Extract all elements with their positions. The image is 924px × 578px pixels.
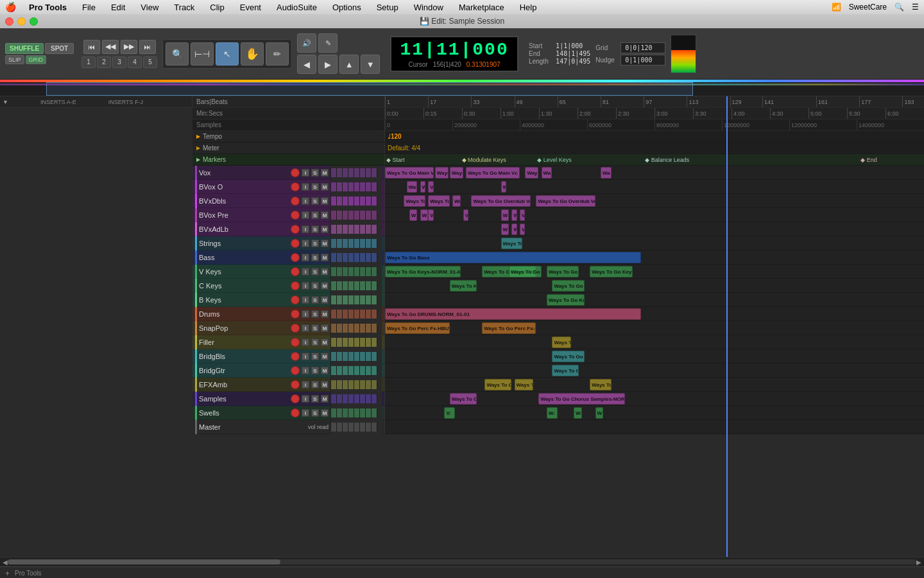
- mute-btn[interactable]: M: [321, 211, 329, 219]
- track-content-4[interactable]: W:WV: [385, 222, 924, 236]
- mute-btn[interactable]: M: [321, 324, 329, 332]
- mute-btn[interactable]: M: [321, 183, 329, 191]
- record-enable-btn[interactable]: [291, 366, 300, 375]
- clip-block[interactable]: Ways To Go Perc Fx-HBUT_02-04: [482, 322, 536, 334]
- clip-block[interactable]: Ways To C: [404, 195, 425, 207]
- record-enable-btn[interactable]: [291, 352, 300, 361]
- input-monitor-btn[interactable]: I: [302, 395, 309, 403]
- clip-block[interactable]: W: [511, 223, 517, 235]
- track-content-11[interactable]: Ways To Go Perc Fx-HBUT_01-03Ways To Go …: [385, 321, 924, 335]
- scroll-right-btn[interactable]: ▶: [916, 559, 921, 566]
- mute-btn[interactable]: M: [321, 353, 329, 360]
- record-enable-btn[interactable]: [291, 239, 300, 248]
- menu-audiosuite[interactable]: AudioSuite: [274, 3, 320, 12]
- zoom-tool[interactable]: 🔍: [166, 42, 189, 66]
- clip-block[interactable]: Ways Tr: [501, 238, 523, 249]
- add-track-btn[interactable]: +: [5, 569, 10, 578]
- input-monitor-btn[interactable]: I: [302, 296, 309, 304]
- mute-btn[interactable]: M: [321, 282, 329, 290]
- menu-options[interactable]: Options: [330, 3, 364, 12]
- input-monitor-btn[interactable]: I: [302, 197, 309, 205]
- maximize-button[interactable]: [30, 17, 38, 26]
- track-content-9[interactable]: Ways To Go Keys-NORM: [385, 293, 924, 306]
- horizontal-scrollbar[interactable]: ◀ ▶: [0, 557, 924, 566]
- track-content-2[interactable]: Ways To CWays To Go OWa:Ways To Go Overd…: [385, 194, 924, 207]
- tracks-container[interactable]: VoxISMWays To Go Main VcWays To GWays TW…: [193, 166, 924, 557]
- mute-btn[interactable]: M: [321, 296, 329, 304]
- mute-btn[interactable]: M: [321, 409, 329, 417]
- track-content-15[interactable]: Ways To Go Atm:Ways To G:Ways To G:: [385, 378, 924, 391]
- solo-btn[interactable]: S: [311, 169, 319, 177]
- clip-block[interactable]: Ways To Go Chorus Samples-NORM_01-02: [538, 393, 624, 405]
- clip-block[interactable]: Ways To Go Main Vc: [385, 167, 434, 179]
- track-content-13[interactable]: Ways To Go Bells-NC: [385, 349, 924, 363]
- clip-block[interactable]: V: [463, 209, 468, 221]
- clip-block[interactable]: W:: [420, 181, 425, 193]
- fwd-btn[interactable]: ▶▶: [121, 40, 137, 54]
- clip-block[interactable]: Ways To Go DRUMS-NORM_01-01: [385, 308, 641, 320]
- record-enable-btn[interactable]: [291, 310, 300, 319]
- scroll-track[interactable]: [8, 559, 916, 565]
- clip-block[interactable]: Ways To Go Ke:: [547, 266, 579, 277]
- clip-block[interactable]: W:: [420, 209, 429, 221]
- clip-block[interactable]: Wa:: [452, 195, 461, 207]
- record-enable-btn[interactable]: [291, 281, 300, 290]
- clip-block[interactable]: Ways To G:: [590, 379, 612, 390]
- solo-btn[interactable]: S: [311, 254, 319, 261]
- solo-btn[interactable]: S: [311, 381, 319, 389]
- clip-block[interactable]: W:: [501, 209, 509, 221]
- clip-block[interactable]: W: [511, 209, 517, 221]
- clip-block[interactable]: Wa: [601, 167, 612, 179]
- num-3[interactable]: 3: [112, 57, 126, 68]
- nudge-value[interactable]: 0|1|000: [620, 55, 665, 66]
- track-content-12[interactable]: Ways To: [385, 335, 924, 349]
- mute-btn[interactable]: M: [321, 254, 329, 261]
- clip-block[interactable]: Ways To Go Perc Fx-HBUT_01-03: [385, 322, 450, 334]
- input-monitor-btn[interactable]: I: [302, 324, 309, 332]
- track-content-8[interactable]: Ways To KeWays To Go Keys-NORM: [385, 279, 924, 292]
- record-enable-btn[interactable]: [291, 267, 300, 276]
- clip-block[interactable]: Ways To Go Atm:: [484, 379, 511, 390]
- solo-btn[interactable]: S: [311, 310, 319, 318]
- menu-view[interactable]: View: [138, 3, 161, 12]
- back-btn[interactable]: ◀◀: [102, 40, 119, 54]
- overview-bar[interactable]: [0, 82, 924, 96]
- close-button[interactable]: [5, 17, 13, 26]
- mute-btn[interactable]: M: [321, 197, 329, 205]
- input-monitor-btn[interactable]: I: [302, 211, 309, 219]
- menu-help[interactable]: Help: [517, 3, 540, 12]
- record-enable-btn[interactable]: [291, 168, 300, 177]
- record-enable-btn[interactable]: [291, 197, 300, 206]
- track-content-14[interactable]: Ways To Go Guitar-N: [385, 363, 924, 377]
- input-monitor-btn[interactable]: I: [302, 183, 309, 191]
- input-monitor-btn[interactable]: I: [302, 268, 309, 276]
- clip-block[interactable]: W:: [501, 223, 509, 235]
- nav-up[interactable]: ▲: [339, 55, 359, 74]
- mute-btn[interactable]: M: [321, 381, 329, 389]
- solo-btn[interactable]: S: [311, 225, 319, 233]
- menu-marketplace[interactable]: Marketplace: [456, 3, 507, 12]
- solo-btn[interactable]: S: [311, 197, 319, 205]
- input-monitor-btn[interactable]: I: [302, 254, 309, 261]
- input-monitor-btn[interactable]: I: [302, 409, 309, 417]
- clip-block[interactable]: Ways To Go Keys-NORM: [547, 294, 585, 306]
- clip-block[interactable]: Ways T: [450, 167, 463, 179]
- menu-edit[interactable]: Edit: [108, 3, 128, 12]
- record-enable-btn[interactable]: [291, 182, 300, 191]
- input-monitor-btn[interactable]: I: [302, 338, 309, 346]
- track-content-17[interactable]: V:W:W:W:: [385, 406, 924, 419]
- track-content-10[interactable]: Ways To Go DRUMS-NORM_01-01: [385, 307, 924, 320]
- num-5[interactable]: 5: [143, 57, 157, 68]
- slip-mode[interactable]: SLIP: [5, 55, 24, 64]
- clip-block[interactable]: Ways To G: [435, 167, 449, 179]
- solo-btn[interactable]: S: [311, 282, 319, 290]
- clip-block[interactable]: Ways: [525, 167, 538, 179]
- clip-block[interactable]: Wa: [542, 167, 552, 179]
- menu-track[interactable]: Track: [171, 3, 197, 12]
- track-content-3[interactable]: W:W:VVW:WV: [385, 208, 924, 222]
- track-content-1[interactable]: WaysW:V:W:: [385, 180, 924, 193]
- record-enable-btn[interactable]: [291, 295, 300, 304]
- solo-btn[interactable]: S: [311, 367, 319, 374]
- nav-l[interactable]: ◀: [297, 55, 316, 74]
- input-monitor-btn[interactable]: I: [302, 367, 309, 374]
